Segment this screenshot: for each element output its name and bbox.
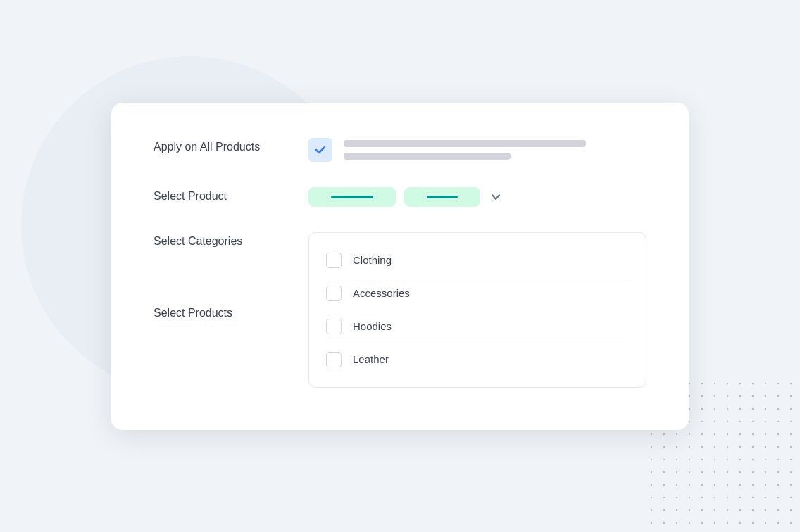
text-line-short bbox=[344, 153, 511, 160]
apply-all-content bbox=[308, 138, 646, 162]
apply-all-text-lines bbox=[344, 140, 646, 160]
label-hoodies: Hoodies bbox=[353, 320, 392, 332]
list-item-leather: Leather bbox=[326, 343, 629, 376]
select-categories-label: Select Categories bbox=[154, 232, 308, 248]
select-products-label: Select Products bbox=[154, 304, 308, 319]
check-icon bbox=[314, 144, 327, 156]
main-card: Apply on All Products Select Product bbox=[111, 103, 689, 430]
pill-line-primary bbox=[331, 196, 373, 198]
text-line-long bbox=[344, 140, 586, 147]
list-item-hoodies: Hoodies bbox=[326, 310, 629, 343]
pill-line-secondary bbox=[427, 196, 458, 198]
chevron-down-icon[interactable] bbox=[489, 190, 503, 204]
select-product-label: Select Product bbox=[154, 187, 308, 203]
checkbox-clothing[interactable] bbox=[326, 253, 342, 268]
apply-all-products-row: Apply on All Products bbox=[154, 138, 646, 162]
categories-products-row: Select Categories Select Products Clothi… bbox=[154, 232, 646, 388]
list-box-container: Clothing Accessories Hoodies Leather bbox=[308, 232, 646, 388]
checkbox-hoodies[interactable] bbox=[326, 319, 342, 334]
checkbox-leather[interactable] bbox=[326, 352, 342, 367]
select-product-pill-2[interactable] bbox=[404, 187, 480, 207]
list-item-clothing: Clothing bbox=[326, 244, 629, 277]
label-leather: Leather bbox=[353, 353, 389, 365]
apply-all-label: Apply on All Products bbox=[154, 138, 308, 153]
categories-list-box: Clothing Accessories Hoodies Leather bbox=[308, 232, 646, 388]
list-item-accessories: Accessories bbox=[326, 277, 629, 310]
select-product-row: Select Product bbox=[154, 187, 646, 207]
label-clothing: Clothing bbox=[353, 254, 392, 266]
label-accessories: Accessories bbox=[353, 287, 410, 299]
apply-all-checkbox[interactable] bbox=[308, 138, 332, 162]
checkbox-accessories[interactable] bbox=[326, 286, 342, 301]
select-product-pill-1[interactable] bbox=[308, 187, 396, 207]
select-product-content bbox=[308, 187, 646, 207]
